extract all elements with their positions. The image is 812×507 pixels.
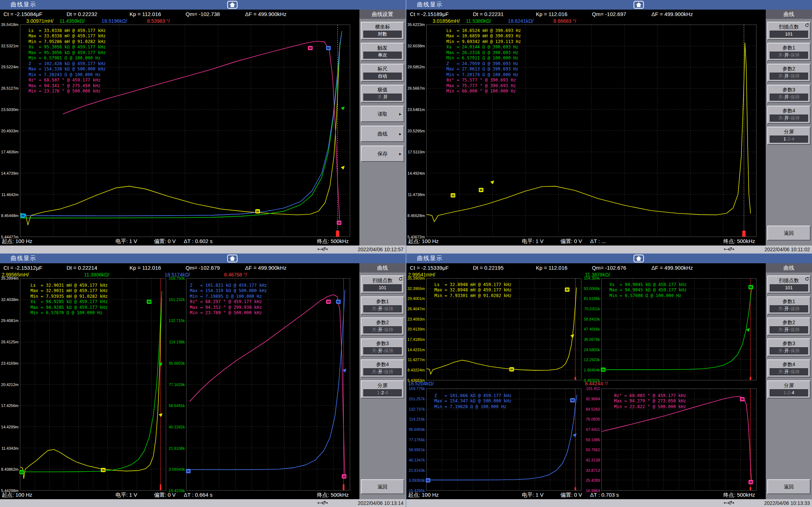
charts-area: 35.3994m32.4038m29.4081m26.4125m23.4169m… [0,278,350,491]
home-button[interactable] [633,1,644,9]
y-axis-tick: 92.9684 [586,397,600,401]
readout-line: Max = 32.8948 mH @ 459.177 kHz [434,287,512,293]
softkey-value-segment: 开 [784,115,789,121]
readout-line: Min = 7.20174 Ω @ 100.000 Hz [447,72,521,78]
status-item: 起点: 100 Hz [408,492,439,498]
marker-chip: M [336,300,341,304]
softkey-button[interactable]: 读取► [361,106,404,122]
softkey-button[interactable]: 极值关 开 [361,85,404,103]
cursor-pen-icon[interactable]: ▶ [159,412,163,416]
softkey-label: 横坐标 [362,23,403,30]
softkey-button[interactable]: 曲线► [361,126,404,142]
readout-line: Xs = 94.9285 kΩ @ 459.177 kHz [31,299,108,305]
softkey-value-segment: 开 [378,327,383,332]
panel-body: Ct = -2.15189μFDt = 0.22231Kp = 112.016Q… [406,10,812,245]
readout-line: Ls = 32.8948 mH @ 459.177 kHz [434,282,512,288]
cursor-pen-icon[interactable]: ▶ [571,333,574,338]
softkey-button[interactable]: 横坐标对数 [361,22,404,40]
softkey-button[interactable]: 参数2关-开-保持 [361,317,404,336]
y-axis-tick: 5.43683m [407,378,425,382]
softkey-label: 触发 [362,44,403,51]
y-axis-tick: 50.7562 [586,448,600,452]
softkey-button[interactable]: 保存► [361,146,404,162]
readout-block: θz° = 68.085 ° @ 459.177 kHzMax = 94.279… [614,393,686,410]
cursor-pen-icon[interactable]: ▶ [343,367,347,372]
back-button[interactable]: 返回 [361,479,404,494]
y-axis-tick: 8.43862m [1,467,19,471]
softkey-button[interactable]: 标尺自动 [361,64,404,82]
back-button[interactable]: 返回 [767,226,811,241]
scale-factor: 11.5380kΩ/ [466,18,491,24]
y-axis-tick: 23.4093m [407,317,425,321]
scale-factor: 8.66683 °/ [553,18,576,24]
usb-icon [317,247,328,252]
softkey-value-segment: 101 [785,285,793,290]
page-title: 曲线显示 [11,1,36,9]
y-axis-tick: 3.09343k [169,467,185,471]
home-button[interactable] [227,1,238,9]
cursor-pen-icon[interactable]: ▶ [573,432,577,437]
softkey-button[interactable]: 参数1关-开-保持 [361,296,404,315]
readout-line: Z = 24.7959 Ω @ 390.693 Hz [447,61,521,67]
page-title: 曲线显示 [417,255,443,262]
softkey-value-segment: 开 [784,306,789,311]
softkey-value-segment: 关- [778,306,784,311]
softkey-button[interactable]: 参数2关-开-保持 [767,317,811,336]
softkey-button[interactable]: 参数4关-开-保持 [361,359,404,377]
cursor-pen-icon[interactable]: ▶ [341,164,345,169]
softkey-button[interactable]: 参数4关-开-保持 [767,359,811,377]
softkey-button[interactable]: 分屏1-2-4 [361,380,404,398]
content-column: Ct = -2.15189μFDt = 0.22231Kp = 112.016Q… [406,10,766,245]
measurement-value: Qm= -102.676 [592,265,626,271]
cursor-pen-icon[interactable]: ▶ [747,327,750,332]
softkey-button[interactable]: 参数3关-开-保持 [767,85,811,103]
softkey-value-segment: 1-2- [784,390,792,395]
status-bar: 起点: 100 Hz电平: 1 V偏置: 0 VΔT : 0.664 s终点: … [0,491,350,499]
status-item: 起点: 100 Hz [2,238,32,245]
readout-line: Max = 94.352 ° @ 299.938 kHz [190,305,267,311]
readout-block: Ls = 32.9031 mH @ 459.177 kHzMax = 32.90… [31,283,108,316]
cursor-pen-icon[interactable]: ▶ [491,179,494,184]
softkey-button[interactable]: 参数2关-开-保持 [767,64,811,82]
y-axis-tick: 8.45448m [1,213,19,218]
softkey-label: 参数2 [769,65,809,72]
charts-area: 18.5204kΩ/8.44244 °/35.3909m32.3955m29.4… [406,278,756,491]
softkey-button[interactable]: 扫描点数101 [767,22,811,40]
y-axis-tick: 70.2311k [584,307,600,311]
status-item: 起点: 100 Hz [408,238,439,245]
softkey-button[interactable]: 参数1关-开-保持 [767,43,811,61]
cursor-pen-icon[interactable]: ▶ [341,105,345,110]
scale-factor: 18.6241kΩ/ [508,18,533,24]
measurement-value: Qm= -102.738 [186,11,220,17]
y-axis-tick: 23.5030m [1,107,19,112]
home-button[interactable] [633,254,644,263]
softkey-button[interactable]: 参数3关-开-保持 [361,338,404,357]
measurement-value: Qm= -102.679 [186,265,220,271]
softkey-button[interactable]: 触发单次 [361,43,404,61]
softkey-value-segment: -保持 [789,52,800,58]
softkey-button[interactable]: 扫描点数101 [361,275,404,294]
measurement-bar: Ct = -2.15339μFDt = 0.22195Kp = 112.016Q… [406,263,756,272]
softkey-button[interactable]: 参数1关-开-保持 [767,296,811,315]
y-axis-tick: 32.6038m [407,44,425,48]
back-button[interactable]: 返回 [767,479,811,494]
y-axis-tick: 26.4125m [1,340,19,344]
y-axis-tick: 151.232k [169,297,185,302]
softkey-button[interactable]: 参数4关-开-保持 [767,106,811,124]
softkey-value-segment: 开 [784,348,789,353]
softkey-button[interactable]: 分屏1-2-4 [767,380,811,398]
home-button[interactable] [227,254,238,263]
softkey-button[interactable]: 分屏1-2-4 [767,127,811,145]
softkey-label: 参数1 [769,298,809,305]
softkey-button[interactable]: 扫描点数101 [767,275,811,294]
readout-line: Min = 7.19895 Ω @ 100.000 Hz [190,294,267,300]
scale-row: 3.00971mH/11.4359kΩ/18.5196kΩ/8.53983 °/ [0,18,350,25]
softkey-value-segment: 开 [784,327,789,332]
softkey-value-segment: 关- [372,306,378,311]
plot-area: mmM▶▶Ls = 32.9031 mH @ 459.177 kHzMax = … [20,278,166,491]
y-axis-tick: 40.1282k [169,425,185,429]
cursor-pen-icon[interactable]: ▶ [159,361,163,366]
softkey-button[interactable]: 参数3关-开-保持 [767,338,811,357]
panel-bottom-right: 曲线显示Ct = -2.15339μFDt = 0.22195Kp = 112.… [406,254,812,507]
softkey-label: 分屏 [769,128,809,135]
